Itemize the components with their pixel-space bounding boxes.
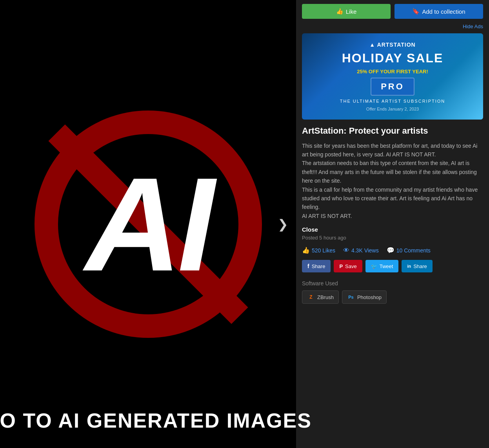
pinterest-icon: P [339, 263, 343, 269]
facebook-icon: f [307, 263, 309, 269]
posted-time: Posted 5 hours ago [302, 235, 483, 241]
comment-icon: 💬 [387, 247, 394, 254]
eye-icon: 👁 [343, 247, 349, 254]
twitter-tweet-button[interactable]: 🐦 Tweet [365, 260, 399, 272]
likes-stat[interactable]: 👍 520 Likes [302, 247, 335, 254]
zbrush-label: ZBrush [317, 294, 334, 300]
hide-ads-link[interactable]: Hide Ads [296, 23, 489, 31]
linkedin-icon: in [407, 264, 411, 268]
software-tags: Z ZBrush Ps Photoshop [302, 290, 483, 304]
ad-pro-badge: PRO [371, 78, 414, 96]
linkedin-share-button[interactable]: in Share [402, 260, 432, 272]
views-stat: 👁 4.3K Views [343, 247, 379, 254]
action-buttons-row: 👍 Like 🔖 Add to collection [296, 0, 489, 23]
photoshop-icon: Ps [347, 293, 355, 301]
desc-line-1: This site for years has been the best pl… [302, 143, 477, 158]
photoshop-label: Photoshop [357, 294, 382, 300]
add-to-collection-button[interactable]: 🔖 Add to collection [394, 4, 483, 19]
artwork-panel: AI NO TO AI GENERATED IMAGES ❯ [0, 0, 296, 448]
software-tag-photoshop[interactable]: Ps Photoshop [342, 290, 387, 304]
software-tag-zbrush[interactable]: Z ZBrush [302, 290, 339, 304]
facebook-share-button[interactable]: f Share [302, 260, 331, 272]
likes-count: 520 Likes [312, 247, 335, 254]
desc-line-2: The artstation needs to ban this type of… [302, 160, 477, 184]
ad-subtitle: THE ULTIMATE ARTIST SUBSCRIPTION [340, 99, 445, 103]
description: This site for years has been the best pl… [302, 141, 483, 221]
content-area: ArtStation: Protect your artists This si… [296, 125, 489, 310]
software-section: Software Used Z ZBrush Ps Photoshop [302, 280, 483, 304]
ad-banner[interactable]: ▲ ARTSTATION HOLIDAY SALE 25% OFF YOUR F… [302, 33, 483, 120]
ad-discount: 25% OFF YOUR FIRST YEAR! [357, 69, 428, 74]
ad-logo: ▲ ARTSTATION [369, 42, 415, 48]
no-to-ai-label: NO TO AI GENERATED IMAGES [0, 409, 312, 432]
zbrush-icon: Z [307, 293, 315, 301]
no-ai-graphic: AI [27, 91, 270, 357]
views-count: 4.3K Views [351, 247, 379, 254]
pinterest-save-button[interactable]: P Save [334, 260, 362, 272]
ad-offer: Offer Ends January 2, 2023 [366, 107, 419, 111]
ai-logo-text: AI [85, 158, 211, 291]
twitter-icon: 🐦 [371, 263, 377, 269]
artwork-image: AI [0, 0, 296, 448]
software-label: Software Used [302, 280, 483, 287]
desc-line-3: This is a call for help from the communi… [302, 187, 478, 210]
ad-title: HOLIDAY SALE [342, 51, 444, 65]
desc-line-4: AI ART IS NOT ART. [302, 213, 352, 219]
next-arrow-button[interactable]: ❯ [278, 217, 288, 232]
share-buttons-row: f Share P Save 🐦 Tweet in Share [302, 260, 483, 272]
artwork-title: ArtStation: Protect your artists [302, 125, 483, 137]
stats-row: 👍 520 Likes 👁 4.3K Views 💬 10 Comments [302, 247, 483, 254]
comments-count: 10 Comments [396, 247, 431, 254]
info-panel: 👍 Like 🔖 Add to collection Hide Ads ▲ AR… [296, 0, 489, 448]
close-button[interactable]: Close [302, 226, 483, 233]
like-button[interactable]: 👍 Like [302, 4, 391, 19]
thumb-icon: 👍 [302, 247, 310, 254]
comments-stat[interactable]: 💬 10 Comments [387, 247, 431, 254]
bookmark-icon: 🔖 [412, 8, 420, 15]
like-icon: 👍 [336, 8, 344, 15]
